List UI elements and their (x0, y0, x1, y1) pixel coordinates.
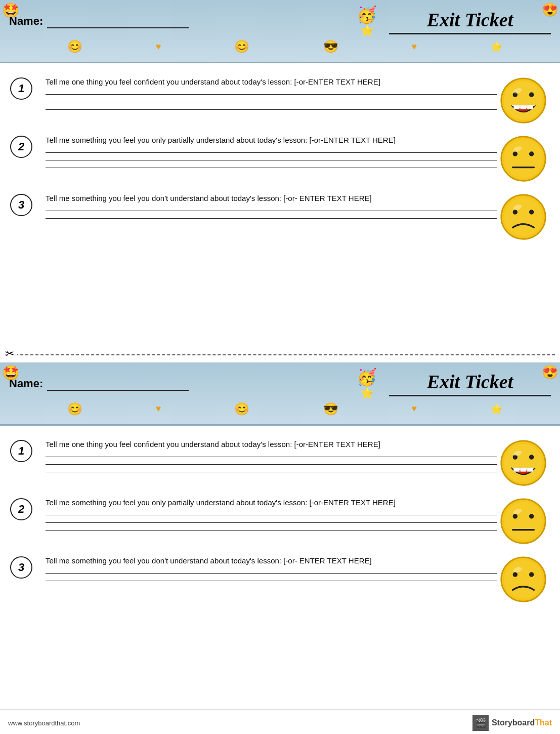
q3-line-1 (46, 211, 497, 211)
question-b1-text-block: Tell me one thing you feel confident you… (46, 439, 497, 472)
question-b2-left: 2 Tell me something you feel you only pa… (10, 497, 497, 531)
name-label-2: Name: (9, 377, 43, 390)
header-name-title-row: Name: 🥳 ⭐ Exit Ticket (0, 0, 560, 37)
question-1-face (497, 76, 550, 125)
question-b1-left: 1 Tell me one thing you feel confident y… (10, 439, 497, 472)
question-3-text-block: Tell me something you feel you don't und… (46, 193, 497, 219)
question-2-block: 2 Tell me something you feel you only pa… (10, 135, 550, 183)
question-2-left: 2 Tell me something you feel you only pa… (10, 135, 497, 168)
name-input-line-2[interactable] (47, 377, 189, 391)
svg-point-1 (504, 81, 543, 120)
deco-star-b: ⭐ (490, 403, 503, 415)
header-top: 🤩 😍 Name: 🥳 ⭐ Exit Ticket (0, 0, 560, 63)
question-b1-block: 1 Tell me one thing you feel confident y… (10, 439, 550, 487)
header-deco-row: 😊 ♥ 😊 😎 ♥ ⭐ (0, 37, 560, 58)
question-b3-text-block: Tell me something you feel you don't und… (46, 555, 497, 581)
svg-rect-6 (527, 105, 533, 109)
question-1-block: 1 Tell me one thing you feel confident y… (10, 76, 550, 125)
brand-name: StoryboardThat (492, 718, 552, 727)
question-1-text: Tell me one thing you feel confident you… (46, 76, 497, 87)
qb1-line-3 (46, 472, 497, 472)
question-b2-block: 2 Tell me something you feel you only pa… (10, 497, 550, 545)
footer: www.storyboardthat.com 🎬 StoryboardThat (0, 709, 560, 734)
svg-point-36 (529, 572, 534, 577)
exit-ticket-title-2: Exit Ticket (389, 371, 551, 396)
title-group-2: Exit Ticket (389, 371, 551, 396)
question-b1-number: 1 (10, 440, 32, 462)
title-group: Exit Ticket (389, 9, 551, 34)
logo-box-icon: 🎬 (472, 715, 489, 731)
svg-point-34 (504, 560, 543, 598)
question-b2-number: 2 (10, 498, 32, 520)
top-half: 🤩 😍 Name: 🥳 ⭐ Exit Ticket (0, 0, 560, 347)
question-b1-face (497, 439, 550, 487)
svg-point-29 (513, 514, 518, 519)
question-3-left: 3 Tell me something you feel you don't u… (10, 193, 497, 219)
neutral-face-svg-2 (499, 497, 547, 545)
question-b3-lines (46, 573, 497, 581)
deco-heart-1: ♥ (156, 42, 161, 52)
question-b1-lines (46, 457, 497, 472)
neutral-face-svg (499, 135, 547, 183)
question-1-left: 1 Tell me one thing you feel confident y… (10, 76, 497, 110)
page: 🤩 😍 Name: 🥳 ⭐ Exit Ticket (0, 0, 560, 734)
sad-face-svg (499, 193, 547, 241)
deco-heart-b2: ♥ (412, 403, 417, 414)
happy-emoji-center-2: 🥳 (357, 368, 377, 387)
q2-line-1 (46, 152, 497, 153)
qb2-line-1 (46, 515, 497, 515)
q2-line-2 (46, 160, 497, 160)
question-b3-face (497, 555, 550, 603)
qb3-line-1 (46, 573, 497, 574)
svg-point-9 (504, 140, 543, 178)
happy-face-svg (499, 76, 547, 125)
footer-website: www.storyboardthat.com (8, 719, 80, 727)
question-b2-lines (46, 515, 497, 531)
happy-face-svg-2 (499, 439, 547, 487)
logo-icon: 🎬 (475, 717, 486, 728)
question-2-text: Tell me something you feel you only part… (46, 135, 497, 145)
happy-emoji-center: 🥳 (357, 5, 377, 24)
scissors-icon: ✂ (5, 347, 17, 360)
deco-emoji-2: 😊 (234, 39, 249, 54)
svg-point-11 (529, 151, 534, 156)
deco-emoji-3: 😎 (323, 39, 338, 54)
q1-line-1 (46, 94, 497, 95)
svg-rect-23 (514, 468, 520, 472)
center-emojis-2: 🥳 ⭐ (357, 368, 377, 400)
question-b1-text: Tell me one thing you feel confident you… (46, 439, 497, 450)
deco-heart-b1: ♥ (156, 403, 161, 414)
question-1-number: 1 (10, 77, 32, 100)
deco-emoji-1: 😊 (67, 39, 82, 54)
svg-rect-25 (527, 468, 533, 472)
question-b2-text-block: Tell me something you feel you only part… (46, 497, 497, 531)
q3-line-2 (46, 218, 497, 219)
question-2-lines (46, 152, 497, 168)
question-1-lines (46, 94, 497, 110)
question-3-block: 3 Tell me something you feel you don't u… (10, 193, 550, 241)
center-emojis: 🥳 ⭐ (357, 5, 377, 37)
question-b3-number: 3 (10, 556, 32, 579)
question-3-lines (46, 211, 497, 219)
brand-logo: 🎬 StoryboardThat (472, 715, 552, 731)
question-1-text-block: Tell me one thing you feel confident you… (46, 76, 497, 110)
star-emoji-2: ⭐ (360, 387, 374, 400)
qb1-line-1 (46, 457, 497, 457)
qb2-line-3 (46, 530, 497, 531)
name-input-line[interactable] (47, 14, 189, 28)
question-3-text: Tell me something you feel you don't und… (46, 193, 497, 203)
exit-ticket-title: Exit Ticket (389, 9, 551, 34)
deco-emoji-b3: 😎 (323, 402, 338, 416)
name-section-2: Name: (9, 377, 189, 391)
question-b3-block: 3 Tell me something you feel you don't u… (10, 555, 550, 603)
question-b2-face (497, 497, 550, 545)
sad-face-svg-2 (499, 555, 547, 603)
question-3-face (497, 193, 550, 241)
svg-point-30 (529, 514, 534, 519)
svg-point-35 (513, 572, 518, 577)
bottom-half: 🤩 😍 Name: 🥳 ⭐ Exit Ticket (0, 362, 560, 735)
svg-point-15 (504, 198, 543, 236)
svg-point-10 (513, 151, 518, 156)
svg-point-16 (513, 210, 518, 215)
star-emoji: ⭐ (360, 24, 374, 37)
